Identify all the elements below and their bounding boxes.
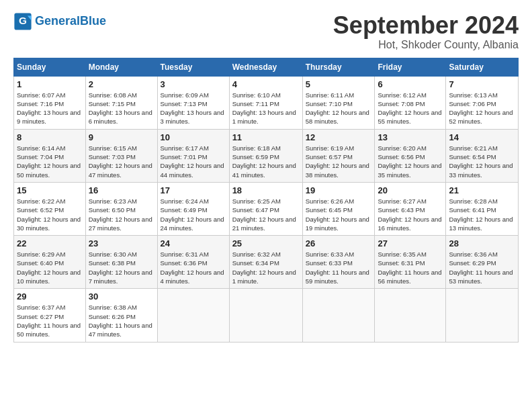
day-number: 11: [232, 132, 300, 142]
day-number: 19: [306, 185, 372, 195]
day-number: 17: [161, 185, 226, 195]
table-row: 6 Sunrise: 6:12 AM Sunset: 7:08 PM Dayli…: [375, 76, 446, 129]
header-wednesday: Wednesday: [229, 58, 302, 76]
day-detail: Sunrise: 6:25 AM Sunset: 6:47 PM Dayligh…: [232, 197, 300, 232]
day-number: 26: [306, 238, 372, 248]
table-row: 9 Sunrise: 6:15 AM Sunset: 7:03 PM Dayli…: [85, 129, 157, 182]
day-number: 29: [17, 291, 83, 302]
logo-general: General: [35, 14, 80, 28]
logo-blue: Blue: [80, 14, 106, 28]
day-detail: Sunrise: 6:35 AM Sunset: 6:31 PM Dayligh…: [378, 250, 443, 285]
table-row: 29 Sunrise: 6:37 AM Sunset: 6:27 PM Dayl…: [14, 289, 86, 342]
day-number: 3: [161, 79, 226, 89]
table-row: [375, 289, 446, 342]
table-row: 3 Sunrise: 6:09 AM Sunset: 7:13 PM Dayli…: [157, 76, 229, 129]
day-detail: Sunrise: 6:26 AM Sunset: 6:45 PM Dayligh…: [306, 197, 372, 232]
month-title: September 2024: [333, 12, 519, 39]
day-detail: Sunrise: 6:20 AM Sunset: 6:56 PM Dayligh…: [378, 144, 443, 179]
day-detail: Sunrise: 6:07 AM Sunset: 7:16 PM Dayligh…: [17, 91, 83, 126]
day-detail: Sunrise: 6:29 AM Sunset: 6:40 PM Dayligh…: [17, 250, 83, 285]
day-number: 1: [17, 79, 83, 89]
logo-text: GeneralBlue: [35, 15, 106, 28]
day-detail: Sunrise: 6:37 AM Sunset: 6:27 PM Dayligh…: [17, 303, 83, 338]
day-detail: Sunrise: 6:14 AM Sunset: 7:04 PM Dayligh…: [17, 144, 83, 179]
day-detail: Sunrise: 6:22 AM Sunset: 6:52 PM Dayligh…: [17, 197, 83, 232]
day-number: 25: [232, 238, 300, 248]
table-row: 18 Sunrise: 6:25 AM Sunset: 6:47 PM Dayl…: [229, 182, 302, 235]
day-detail: Sunrise: 6:09 AM Sunset: 7:13 PM Dayligh…: [161, 91, 226, 126]
day-number: 2: [89, 79, 154, 89]
logo: G GeneralBlue: [13, 12, 106, 31]
day-detail: Sunrise: 6:33 AM Sunset: 6:33 PM Dayligh…: [306, 250, 372, 285]
day-detail: Sunrise: 6:23 AM Sunset: 6:50 PM Dayligh…: [89, 197, 154, 232]
table-row: 27 Sunrise: 6:35 AM Sunset: 6:31 PM Dayl…: [375, 236, 446, 289]
table-row: [229, 289, 302, 342]
table-row: 2 Sunrise: 6:08 AM Sunset: 7:15 PM Dayli…: [85, 76, 157, 129]
table-row: 13 Sunrise: 6:20 AM Sunset: 6:56 PM Dayl…: [375, 129, 446, 182]
day-number: 13: [378, 132, 443, 142]
day-number: 16: [89, 185, 154, 195]
header-tuesday: Tuesday: [157, 58, 229, 76]
calendar-page: G GeneralBlue September 2024 Hot, Shkode…: [0, 0, 532, 411]
table-row: 17 Sunrise: 6:24 AM Sunset: 6:49 PM Dayl…: [157, 182, 229, 235]
day-number: 28: [449, 238, 515, 248]
header-row: Sunday Monday Tuesday Wednesday Thursday…: [14, 58, 519, 76]
day-number: 24: [161, 238, 226, 248]
day-number: 15: [17, 185, 83, 195]
day-number: 7: [449, 79, 515, 89]
calendar-week-row: 1 Sunrise: 6:07 AM Sunset: 7:16 PM Dayli…: [14, 76, 519, 129]
day-number: 4: [232, 79, 300, 89]
table-row: 7 Sunrise: 6:13 AM Sunset: 7:06 PM Dayli…: [446, 76, 519, 129]
table-row: 24 Sunrise: 6:31 AM Sunset: 6:36 PM Dayl…: [157, 236, 229, 289]
logo-icon: G: [13, 12, 32, 31]
day-number: 10: [161, 132, 226, 142]
day-detail: Sunrise: 6:15 AM Sunset: 7:03 PM Dayligh…: [89, 144, 154, 179]
day-number: 23: [89, 238, 154, 248]
calendar-week-row: 29 Sunrise: 6:37 AM Sunset: 6:27 PM Dayl…: [14, 289, 519, 342]
table-row: 22 Sunrise: 6:29 AM Sunset: 6:40 PM Dayl…: [14, 236, 86, 289]
day-number: 18: [232, 185, 300, 195]
day-number: 5: [306, 79, 372, 89]
day-detail: Sunrise: 6:32 AM Sunset: 6:34 PM Dayligh…: [232, 250, 300, 285]
svg-text:G: G: [19, 15, 27, 26]
calendar-week-row: 8 Sunrise: 6:14 AM Sunset: 7:04 PM Dayli…: [14, 129, 519, 182]
header-thursday: Thursday: [302, 58, 375, 76]
day-number: 14: [449, 132, 515, 142]
table-row: 10 Sunrise: 6:17 AM Sunset: 7:01 PM Dayl…: [157, 129, 229, 182]
table-row: 23 Sunrise: 6:30 AM Sunset: 6:38 PM Dayl…: [85, 236, 157, 289]
day-detail: Sunrise: 6:17 AM Sunset: 7:01 PM Dayligh…: [161, 144, 226, 179]
table-row: 12 Sunrise: 6:19 AM Sunset: 6:57 PM Dayl…: [302, 129, 375, 182]
table-row: 30 Sunrise: 6:38 AM Sunset: 6:26 PM Dayl…: [85, 289, 157, 342]
table-row: 15 Sunrise: 6:22 AM Sunset: 6:52 PM Dayl…: [14, 182, 86, 235]
day-detail: Sunrise: 6:12 AM Sunset: 7:08 PM Dayligh…: [378, 91, 443, 126]
day-detail: Sunrise: 6:31 AM Sunset: 6:36 PM Dayligh…: [161, 250, 226, 285]
day-detail: Sunrise: 6:08 AM Sunset: 7:15 PM Dayligh…: [89, 91, 154, 126]
title-area: September 2024 Hot, Shkoder County, Alba…: [333, 12, 519, 51]
header: G GeneralBlue September 2024 Hot, Shkode…: [13, 12, 519, 51]
day-number: 8: [17, 132, 83, 142]
table-row: 26 Sunrise: 6:33 AM Sunset: 6:33 PM Dayl…: [302, 236, 375, 289]
table-row: 5 Sunrise: 6:11 AM Sunset: 7:10 PM Dayli…: [302, 76, 375, 129]
table-row: [302, 289, 375, 342]
table-row: 16 Sunrise: 6:23 AM Sunset: 6:50 PM Dayl…: [85, 182, 157, 235]
table-row: 4 Sunrise: 6:10 AM Sunset: 7:11 PM Dayli…: [229, 76, 302, 129]
day-detail: Sunrise: 6:13 AM Sunset: 7:06 PM Dayligh…: [449, 91, 515, 126]
day-detail: Sunrise: 6:36 AM Sunset: 6:29 PM Dayligh…: [449, 250, 515, 285]
header-saturday: Saturday: [446, 58, 519, 76]
day-number: 6: [378, 79, 443, 89]
day-number: 12: [306, 132, 372, 142]
day-detail: Sunrise: 6:18 AM Sunset: 6:59 PM Dayligh…: [232, 144, 300, 179]
day-number: 20: [378, 185, 443, 195]
location-title: Hot, Shkoder County, Albania: [333, 39, 519, 51]
table-row: 14 Sunrise: 6:21 AM Sunset: 6:54 PM Dayl…: [446, 129, 519, 182]
table-row: 20 Sunrise: 6:27 AM Sunset: 6:43 PM Dayl…: [375, 182, 446, 235]
table-row: [446, 289, 519, 342]
day-detail: Sunrise: 6:11 AM Sunset: 7:10 PM Dayligh…: [306, 91, 372, 126]
calendar-week-row: 22 Sunrise: 6:29 AM Sunset: 6:40 PM Dayl…: [14, 236, 519, 289]
day-detail: Sunrise: 6:28 AM Sunset: 6:41 PM Dayligh…: [449, 197, 515, 232]
day-detail: Sunrise: 6:10 AM Sunset: 7:11 PM Dayligh…: [232, 91, 300, 126]
calendar-week-row: 15 Sunrise: 6:22 AM Sunset: 6:52 PM Dayl…: [14, 182, 519, 235]
day-detail: Sunrise: 6:24 AM Sunset: 6:49 PM Dayligh…: [161, 197, 226, 232]
table-row: 11 Sunrise: 6:18 AM Sunset: 6:59 PM Dayl…: [229, 129, 302, 182]
day-number: 30: [89, 291, 154, 302]
